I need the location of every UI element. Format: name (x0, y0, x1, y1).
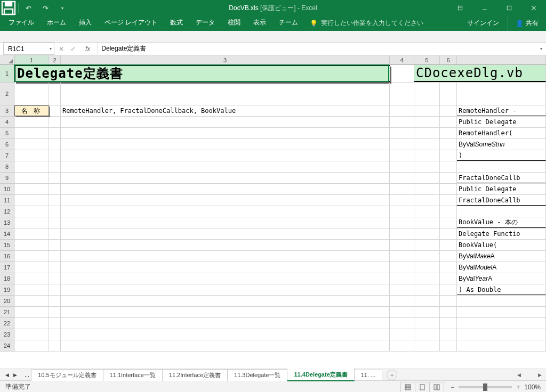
cell[interactable] (440, 240, 457, 250)
row-header-24[interactable]: 24 (0, 340, 14, 352)
code-cell[interactable]: BookValue( (457, 240, 546, 250)
cell[interactable] (14, 217, 49, 228)
cell[interactable] (414, 251, 440, 262)
col-header-rest[interactable] (457, 55, 546, 64)
code-cell[interactable]: Public Delegate (457, 117, 546, 127)
cell[interactable] (61, 206, 390, 217)
cell[interactable] (61, 228, 390, 239)
cell[interactable] (414, 262, 440, 273)
cell[interactable] (14, 206, 49, 217)
row-header-3[interactable]: 3 (0, 105, 14, 117)
cell[interactable] (14, 228, 49, 239)
cell[interactable] (457, 318, 546, 329)
cell[interactable] (61, 329, 390, 340)
zoom-thumb[interactable] (483, 383, 487, 391)
cell[interactable] (49, 161, 61, 172)
undo-button[interactable]: ↶ (20, 0, 37, 16)
cell[interactable] (457, 206, 546, 217)
cell[interactable] (14, 195, 49, 206)
cell[interactable] (440, 228, 457, 239)
cell[interactable] (440, 150, 457, 161)
share-button[interactable]: 👤 共有 (508, 15, 546, 31)
cell[interactable] (390, 262, 414, 273)
cell[interactable] (14, 139, 49, 150)
cell[interactable] (414, 128, 440, 138)
cell[interactable] (49, 139, 61, 150)
cell[interactable] (14, 117, 49, 127)
code-cell[interactable]: ) As Double (457, 284, 546, 295)
cell[interactable] (457, 83, 546, 105)
cell[interactable] (440, 139, 457, 150)
add-sheet-button[interactable]: + (387, 370, 397, 380)
row-header-11[interactable]: 11 (0, 195, 14, 206)
cell[interactable] (414, 117, 440, 127)
cell[interactable] (440, 296, 457, 306)
code-cell[interactable]: RemoteHandler - (457, 105, 546, 116)
cell[interactable] (61, 195, 390, 206)
cell[interactable] (440, 83, 457, 105)
sheet-tab[interactable]: 11.2Interface定義書 (162, 369, 228, 381)
cell[interactable] (390, 83, 414, 105)
cancel-icon[interactable]: ✕ (59, 45, 64, 53)
row-header-9[interactable]: 9 (0, 173, 14, 184)
cell[interactable] (414, 307, 440, 317)
cell[interactable] (14, 128, 49, 138)
cell[interactable] (390, 307, 414, 317)
row-header-22[interactable]: 22 (0, 318, 14, 329)
cell[interactable] (390, 184, 414, 194)
cell[interactable] (414, 161, 440, 172)
cell[interactable] (61, 139, 390, 150)
cell[interactable] (390, 117, 414, 127)
save-button[interactable] (0, 0, 17, 16)
row-header-13[interactable]: 13 (0, 217, 14, 228)
cell[interactable] (457, 307, 546, 317)
row-header-6[interactable]: 6 (0, 139, 14, 150)
cell[interactable] (14, 318, 49, 329)
title-cell[interactable]: Delegate定義書 (14, 65, 390, 82)
tab-overflow-left[interactable]: ... (22, 372, 31, 378)
cell[interactable] (440, 173, 457, 183)
cell[interactable] (390, 228, 414, 239)
cell[interactable] (414, 206, 440, 217)
cell[interactable] (14, 307, 49, 317)
cell[interactable] (414, 150, 440, 161)
cell[interactable] (390, 340, 414, 351)
cell[interactable] (49, 273, 61, 284)
subtitle-cell[interactable]: CDocexeDlg.vb (414, 65, 546, 82)
cell[interactable] (14, 284, 49, 295)
tab-home[interactable]: ホーム (41, 15, 73, 31)
zoom-slider[interactable] (459, 386, 512, 388)
cell[interactable] (49, 83, 61, 105)
row-header-20[interactable]: 20 (0, 296, 14, 307)
cell[interactable] (440, 340, 457, 351)
cell[interactable] (414, 296, 440, 306)
horizontal-scroll[interactable]: ◀ ▶ (513, 372, 546, 378)
tab-next-button[interactable]: ▶ (13, 372, 17, 378)
page-break-view-button[interactable] (429, 382, 444, 393)
cell[interactable] (414, 105, 440, 116)
zoom-out-button[interactable]: − (451, 383, 454, 391)
row-header-21[interactable]: 21 (0, 307, 14, 318)
cell[interactable] (414, 273, 440, 284)
cell[interactable] (61, 273, 390, 284)
names-cell[interactable]: RemoteHandler, FractalDoneCallback, Book… (61, 105, 390, 116)
cell[interactable] (49, 262, 61, 273)
cell[interactable] (14, 240, 49, 250)
cell[interactable] (414, 240, 440, 250)
cell[interactable] (14, 329, 49, 340)
cell[interactable] (440, 329, 457, 340)
cell[interactable] (440, 206, 457, 217)
select-all-corner[interactable] (0, 55, 14, 64)
cell[interactable] (440, 318, 457, 329)
cell[interactable] (414, 195, 440, 206)
cell[interactable] (457, 161, 546, 172)
sheet-tab[interactable]: 11. ... (354, 370, 383, 380)
cell[interactable] (49, 206, 61, 217)
qat-dropdown[interactable]: ▾ (54, 0, 71, 16)
row-header-17[interactable]: 17 (0, 262, 14, 273)
cell[interactable] (414, 284, 440, 295)
cell[interactable] (390, 273, 414, 284)
cell[interactable] (14, 340, 49, 351)
cell[interactable] (61, 262, 390, 273)
maximize-button[interactable] (497, 0, 521, 16)
